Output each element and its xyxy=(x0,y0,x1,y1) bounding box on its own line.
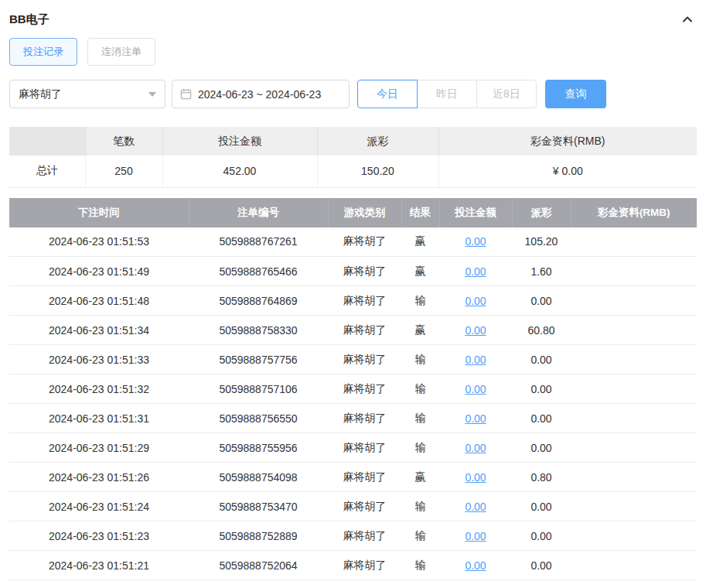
records-table-body: 2024-06-23 01:51:535059888767261麻将胡了赢0.0… xyxy=(9,227,697,580)
result-cell: 赢 xyxy=(401,463,439,492)
bet-time-cell: 2024-06-23 01:51:29 xyxy=(9,433,189,463)
order-id-cell: 5059888757106 xyxy=(189,374,328,404)
bet-amount-link[interactable]: 0.00 xyxy=(465,471,486,484)
result-cell: 赢 xyxy=(401,316,439,345)
bonus-cell xyxy=(571,257,697,286)
result-cell: 输 xyxy=(401,492,439,521)
bet-time-cell: 2024-06-23 01:51:53 xyxy=(9,227,189,257)
summary-header-payout: 派彩 xyxy=(317,127,438,156)
bet-amount-link[interactable]: 0.00 xyxy=(465,501,486,513)
order-id-cell: 5059888752889 xyxy=(189,521,328,551)
table-row: 2024-06-23 01:51:265059888754098麻将胡了赢0.0… xyxy=(9,463,697,492)
bet-amount-cell: 0.00 xyxy=(439,374,512,404)
table-row: 2024-06-23 01:51:315059888756550麻将胡了输0.0… xyxy=(9,404,697,433)
bet-amount-link[interactable]: 0.00 xyxy=(465,324,486,337)
bet-amount-link[interactable]: 0.00 xyxy=(465,265,486,278)
payout-cell: 1.60 xyxy=(512,257,571,286)
payout-cell: 0.00 xyxy=(512,404,571,433)
bet-amount-cell: 0.00 xyxy=(439,521,512,551)
filter-row: 麻将胡了 2024-06-23 ~ 2024-06-23 今日 昨日 近8日 查… xyxy=(0,80,706,127)
records-header-row: 下注时间 注单编号 游戏类别 结果 投注金额 派彩 彩金资料(RMB) xyxy=(9,198,697,227)
bonus-cell xyxy=(571,551,697,580)
order-id-cell: 5059888765466 xyxy=(189,257,328,286)
bet-amount-link[interactable]: 0.00 xyxy=(465,295,486,307)
yesterday-button[interactable]: 昨日 xyxy=(417,80,477,108)
bet-amount-cell: 0.00 xyxy=(439,316,512,345)
summary-header-bonus: 彩金资料(RMB) xyxy=(438,127,697,156)
summary-header-row: 笔数 投注金额 派彩 彩金资料(RMB) xyxy=(9,127,697,156)
order-id-cell: 5059888754098 xyxy=(189,463,328,492)
bet-amount-link[interactable]: 0.00 xyxy=(465,354,486,366)
header-bet-amount: 投注金额 xyxy=(439,198,512,227)
header-game-type: 游戏类别 xyxy=(328,198,401,227)
header-bet-time: 下注时间 xyxy=(9,198,189,227)
bet-amount-cell: 0.00 xyxy=(439,227,512,257)
bet-amount-cell: 0.00 xyxy=(439,404,512,433)
bonus-cell xyxy=(571,345,697,374)
bet-amount-link[interactable]: 0.00 xyxy=(465,442,486,454)
summary-table: 笔数 投注金额 派彩 彩金资料(RMB) 总计 250 452.00 150.2… xyxy=(9,127,697,188)
bonus-cell xyxy=(571,316,697,345)
game-type-cell: 麻将胡了 xyxy=(328,257,401,286)
bet-time-cell: 2024-06-23 01:51:48 xyxy=(9,286,189,316)
bonus-cell xyxy=(571,286,697,316)
summary-header-blank xyxy=(9,127,85,156)
payout-cell: 0.00 xyxy=(512,433,571,463)
game-select[interactable]: 麻将胡了 xyxy=(9,80,165,108)
result-cell: 赢 xyxy=(401,227,439,257)
bet-amount-cell: 0.00 xyxy=(439,345,512,374)
table-row: 2024-06-23 01:51:335059888757756麻将胡了输0.0… xyxy=(9,345,697,374)
bonus-cell xyxy=(571,433,697,463)
tab-bar: 投注记录 连消注单 xyxy=(0,35,706,80)
bet-time-cell: 2024-06-23 01:51:31 xyxy=(9,404,189,433)
header-payout: 派彩 xyxy=(512,198,571,227)
bet-amount-cell: 0.00 xyxy=(439,551,512,580)
header-order-id: 注单编号 xyxy=(189,198,328,227)
bonus-cell xyxy=(571,227,697,257)
game-type-cell: 麻将胡了 xyxy=(328,345,401,374)
bet-amount-cell: 0.00 xyxy=(439,286,512,316)
bet-time-cell: 2024-06-23 01:51:21 xyxy=(9,551,189,580)
payout-cell: 60.80 xyxy=(512,316,571,345)
payout-cell: 0.80 xyxy=(512,463,571,492)
payout-cell: 0.00 xyxy=(512,492,571,521)
result-cell: 输 xyxy=(401,433,439,463)
header-bonus: 彩金资料(RMB) xyxy=(571,198,697,227)
game-select-value: 麻将胡了 xyxy=(19,87,62,101)
header-result: 结果 xyxy=(401,198,439,227)
collapse-button[interactable] xyxy=(680,12,695,27)
bet-amount-link[interactable]: 0.00 xyxy=(465,383,486,395)
bet-time-cell: 2024-06-23 01:51:32 xyxy=(9,374,189,404)
summary-header-bet-amount: 投注金额 xyxy=(162,127,317,156)
date-range-picker[interactable]: 2024-06-23 ~ 2024-06-23 xyxy=(172,80,350,108)
result-cell: 输 xyxy=(401,286,439,316)
payout-cell: 0.00 xyxy=(512,286,571,316)
bet-amount-link[interactable]: 0.00 xyxy=(465,412,486,425)
summary-total-row: 总计 250 452.00 150.20 ¥ 0.00 xyxy=(9,156,697,187)
bet-time-cell: 2024-06-23 01:51:23 xyxy=(9,521,189,551)
bet-time-cell: 2024-06-23 01:51:49 xyxy=(9,257,189,286)
bonus-cell xyxy=(571,521,697,551)
bonus-cell xyxy=(571,374,697,404)
result-cell: 输 xyxy=(401,551,439,580)
today-button[interactable]: 今日 xyxy=(357,80,418,108)
bonus-cell xyxy=(571,404,697,433)
table-row: 2024-06-23 01:51:345059888758330麻将胡了赢0.0… xyxy=(9,316,697,345)
last-8-days-button[interactable]: 近8日 xyxy=(476,80,537,108)
payout-cell: 0.00 xyxy=(512,521,571,551)
bet-amount-cell: 0.00 xyxy=(439,433,512,463)
search-button[interactable]: 查询 xyxy=(545,80,606,108)
tab-canceled-orders[interactable]: 连消注单 xyxy=(87,38,155,66)
order-id-cell: 5059888758330 xyxy=(189,316,328,345)
bet-amount-cell: 0.00 xyxy=(439,492,512,521)
table-row: 2024-06-23 01:51:245059888753470麻将胡了输0.0… xyxy=(9,492,697,521)
bet-amount-link[interactable]: 0.00 xyxy=(465,235,486,248)
tab-bet-records[interactable]: 投注记录 xyxy=(9,38,77,66)
bet-amount-link[interactable]: 0.00 xyxy=(465,559,486,572)
summary-bet-amount-value: 452.00 xyxy=(162,156,317,187)
order-id-cell: 5059888753470 xyxy=(189,492,328,521)
result-cell: 输 xyxy=(401,374,439,404)
bet-records-panel: BB电子 投注记录 连消注单 麻将胡了 2024-06-23 ~ 2024-06… xyxy=(0,0,706,580)
bet-amount-cell: 0.00 xyxy=(439,463,512,492)
bet-amount-link[interactable]: 0.00 xyxy=(465,530,486,542)
